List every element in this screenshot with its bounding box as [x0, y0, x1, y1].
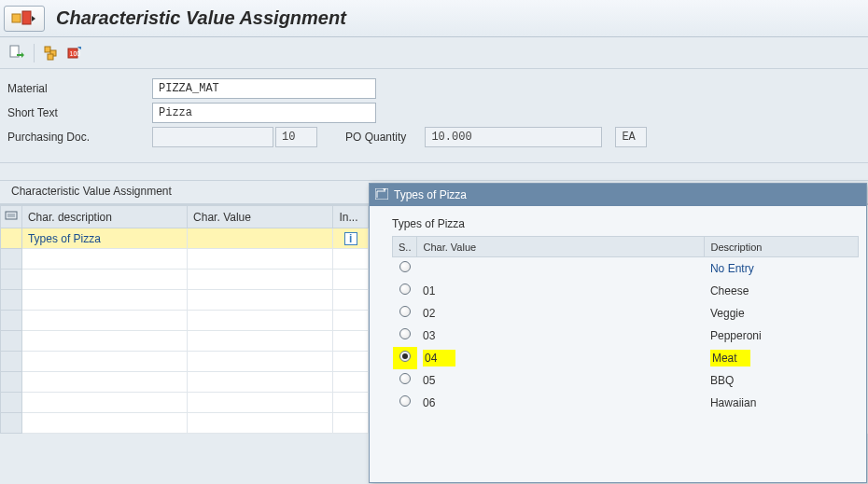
char-value: 05	[417, 369, 705, 392]
po-quantity-label: PO Quantity	[345, 131, 406, 144]
col-description[interactable]: Description	[705, 237, 859, 257]
table-row	[1, 352, 369, 372]
svg-rect-9	[7, 214, 15, 217]
radio-button[interactable]	[399, 395, 411, 407]
copy-tree-icon[interactable]	[42, 44, 61, 62]
char-value: 01	[417, 280, 705, 302]
char-value: 02	[417, 302, 705, 325]
material-label: Material	[7, 82, 152, 95]
value-description: Hawaiian	[705, 392, 859, 414]
table-row	[1, 413, 369, 434]
value-description: Meat	[705, 347, 859, 369]
table-row	[1, 393, 369, 413]
char-value-cell[interactable]	[188, 228, 333, 249]
radio-button[interactable]	[399, 283, 411, 295]
value-description: Veggie	[705, 302, 859, 325]
price-icon[interactable]: 100	[66, 44, 85, 62]
value-radio-cell[interactable]	[393, 302, 417, 325]
value-row[interactable]: 01Cheese	[393, 280, 859, 302]
col-select[interactable]: S..	[393, 237, 417, 257]
char-value: 04	[417, 347, 705, 369]
value-row[interactable]: 04Meat	[393, 347, 859, 369]
value-radio-cell[interactable]	[393, 347, 417, 369]
value-row[interactable]: 03Pepperoni	[393, 325, 859, 347]
table-row	[1, 249, 369, 270]
table-row	[1, 372, 369, 393]
value-row[interactable]: No Entry	[393, 257, 859, 280]
svg-rect-5	[48, 54, 53, 60]
header-fields: Material PIZZA_MAT Short Text Pizza Purc…	[0, 69, 868, 163]
table-row[interactable]: Types of Pizzai	[1, 228, 369, 249]
value-radio-cell[interactable]	[393, 257, 417, 280]
select-all-icon[interactable]	[1, 206, 22, 228]
purchasing-doc-label: Purchasing Doc.	[7, 131, 152, 144]
info-cell[interactable]: i	[333, 228, 369, 249]
svg-text:100: 100	[70, 50, 81, 57]
radio-button[interactable]	[399, 328, 411, 339]
col-char-value[interactable]: Char. Value	[188, 206, 333, 228]
config-icon	[11, 10, 37, 27]
col-char-description[interactable]: Char. description	[21, 206, 187, 228]
po-quantity-field: 10.000	[425, 127, 602, 147]
table-row	[1, 311, 369, 331]
value-row[interactable]: 06Hawaiian	[393, 392, 859, 414]
value-description: No Entry	[705, 257, 859, 280]
app-toolbar: 100	[0, 37, 868, 69]
toolbar-separator	[34, 44, 35, 62]
radio-button[interactable]	[399, 261, 411, 272]
popup-title: Types of Pizza	[394, 188, 467, 201]
radio-button[interactable]	[399, 373, 411, 384]
char-table: Char. description Char. Value In... Type…	[0, 205, 369, 434]
table-row	[1, 290, 369, 311]
char-description-cell[interactable]: Types of Pizza	[21, 228, 187, 249]
popup-titlebar[interactable]: Types of Pizza	[370, 184, 866, 206]
char-value: 06	[417, 392, 705, 414]
table-row	[1, 331, 369, 352]
info-icon[interactable]: i	[344, 232, 357, 245]
col-info[interactable]: In...	[333, 206, 369, 228]
value-row[interactable]: 05BBQ	[393, 369, 859, 392]
radio-button[interactable]	[399, 351, 411, 362]
char-value: 03	[417, 325, 705, 347]
value-description: BBQ	[705, 369, 859, 392]
svg-rect-0	[12, 14, 21, 22]
row-header[interactable]	[1, 228, 22, 249]
material-field[interactable]: PIZZA_MAT	[152, 78, 376, 99]
svg-rect-3	[45, 47, 50, 52]
value-radio-cell[interactable]	[393, 369, 417, 392]
purchasing-doc-item-field: 10	[275, 127, 317, 147]
char-value	[417, 257, 705, 280]
value-table: S.. Char. Value Description No Entry01Ch…	[392, 236, 859, 414]
col-char-value-popup[interactable]: Char. Value	[417, 237, 705, 257]
purchasing-doc-field	[152, 127, 273, 147]
popup-window-icon	[375, 188, 388, 202]
table-row	[1, 270, 369, 290]
value-description: Cheese	[705, 280, 859, 302]
short-text-label: Short Text	[7, 106, 152, 119]
value-radio-cell[interactable]	[393, 325, 417, 347]
svg-rect-1	[22, 11, 31, 24]
title-bar: Characteristic Value Assignment	[0, 0, 868, 37]
title-config-button[interactable]	[4, 6, 45, 32]
popup-subtitle: Types of Pizza	[392, 217, 862, 230]
value-row[interactable]: 02Veggie	[393, 302, 859, 325]
po-quantity-unit: EA	[615, 127, 647, 147]
value-radio-cell[interactable]	[393, 392, 417, 414]
value-help-popup: Types of Pizza Types of Pizza S.. Char. …	[369, 183, 867, 483]
value-radio-cell[interactable]	[393, 280, 417, 302]
doc-arrow-icon[interactable]	[7, 44, 26, 62]
value-description: Pepperoni	[705, 325, 859, 347]
radio-button[interactable]	[399, 306, 411, 317]
short-text-field[interactable]: Pizza	[152, 103, 376, 123]
page-title: Characteristic Value Assignment	[56, 7, 346, 29]
